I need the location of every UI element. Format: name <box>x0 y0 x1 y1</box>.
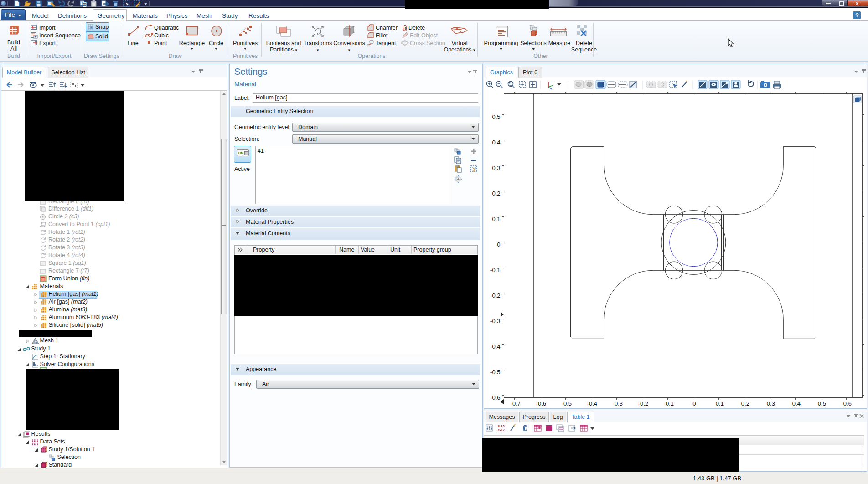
svg-text:-0.2: -0.2 <box>490 292 500 299</box>
svg-text:-0.4: -0.4 <box>587 400 597 407</box>
svg-text:-0.5: -0.5 <box>562 400 572 407</box>
svg-text:-0.1: -0.1 <box>490 267 500 273</box>
svg-text:0.3: 0.3 <box>492 165 500 171</box>
svg-text:-0.6: -0.6 <box>536 400 546 407</box>
svg-text:0.5: 0.5 <box>492 113 500 120</box>
svg-text:e-12: e-12 <box>498 428 505 432</box>
svg-text:0: 0 <box>497 241 500 248</box>
svg-text:0: 0 <box>692 400 696 407</box>
svg-text:0.1: 0.1 <box>716 400 724 407</box>
svg-text:-0.2: -0.2 <box>638 400 648 407</box>
svg-text:-0.1: -0.1 <box>664 400 674 407</box>
svg-text:0.1: 0.1 <box>492 216 500 222</box>
svg-text:0.2: 0.2 <box>741 400 749 407</box>
svg-text:-0.3: -0.3 <box>613 400 623 407</box>
svg-text:-0.7: -0.7 <box>511 400 521 407</box>
svg-text:0.5: 0.5 <box>818 400 826 407</box>
svg-text:-0.3: -0.3 <box>490 318 500 324</box>
svg-text:0.4: 0.4 <box>792 400 801 407</box>
svg-text:0.4: 0.4 <box>492 139 500 146</box>
svg-text:-0.5: -0.5 <box>490 369 500 376</box>
svg-text:0.3: 0.3 <box>767 400 775 407</box>
svg-text:-0.6: -0.6 <box>490 394 500 401</box>
svg-text:0.2: 0.2 <box>492 190 500 197</box>
svg-text:-0.4: -0.4 <box>490 343 500 350</box>
svg-text:0.6: 0.6 <box>843 400 852 407</box>
